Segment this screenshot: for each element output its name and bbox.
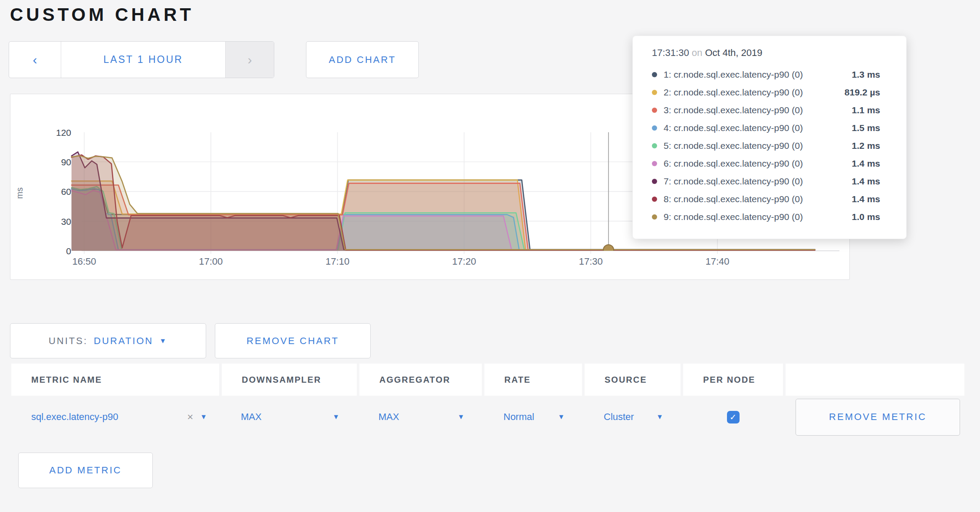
remove-chart-button[interactable]: REMOVE CHART [215, 323, 371, 358]
series-label: 5: cr.node.sql.exec.latency-p90 (0) [664, 141, 852, 151]
per-node-cell: ✓ [683, 396, 783, 438]
units-value: DURATION [94, 335, 153, 347]
rate-value: Normal [503, 411, 534, 423]
table-header-cell: DOWNSAMPLER [222, 364, 357, 396]
series-value: 1.4 ms [852, 176, 880, 187]
metrics-table-header: METRIC NAMEDOWNSAMPLERAGGREGATORRATESOUR… [11, 364, 964, 396]
time-prev-button[interactable]: ‹ [9, 42, 61, 78]
downsampler-select[interactable]: MAX ▼ [222, 396, 357, 438]
svg-text:17:00: 17:00 [199, 256, 223, 267]
svg-text:30: 30 [61, 217, 71, 226]
remove-metric-button[interactable]: REMOVE METRIC [796, 399, 960, 436]
remove-chart-label: REMOVE CHART [247, 335, 339, 347]
add-metric-label: ADD METRIC [49, 465, 122, 476]
tooltip-series-row: 3: cr.node.sql.exec.latency-p90 (0)1.1 m… [652, 101, 880, 119]
tooltip-time: 17:31:30 [652, 47, 689, 58]
tooltip-series-row: 4: cr.node.sql.exec.latency-p90 (0)1.5 m… [652, 119, 880, 137]
check-icon: ✓ [730, 412, 737, 422]
clear-metric-icon[interactable]: × [187, 411, 193, 423]
series-label: 2: cr.node.sql.exec.latency-p90 (0) [664, 87, 845, 98]
table-header-cell: PER NODE [683, 364, 783, 396]
table-header-cell: AGGREGATOR [359, 364, 482, 396]
time-range-button[interactable]: LAST 1 HOUR [61, 42, 225, 78]
add-chart-label: ADD CHART [329, 54, 396, 66]
series-label: 9: cr.node.sql.exec.latency-p90 (0) [664, 212, 852, 222]
time-next-button[interactable]: › [225, 42, 274, 78]
series-color-dot-icon [652, 72, 657, 77]
series-color-dot-icon [652, 108, 657, 113]
series-color-dot-icon [652, 214, 657, 220]
tooltip-series-row: 5: cr.node.sql.exec.latency-p90 (0)1.2 m… [652, 137, 880, 154]
remove-metric-label: REMOVE METRIC [829, 411, 927, 423]
tooltip-date: Oct 4th, 2019 [705, 47, 762, 58]
svg-text:120: 120 [56, 128, 71, 138]
chevron-left-icon: ‹ [33, 53, 37, 67]
tooltip-series-row: 6: cr.node.sql.exec.latency-p90 (0)1.4 m… [652, 154, 880, 172]
tooltip-series-list: 1: cr.node.sql.exec.latency-p90 (0)1.3 m… [652, 66, 880, 226]
series-value: 1.0 ms [852, 212, 880, 222]
aggregator-select[interactable]: MAX ▼ [359, 396, 482, 438]
series-label: 6: cr.node.sql.exec.latency-p90 (0) [664, 158, 852, 169]
table-header-cell [786, 364, 964, 396]
series-value: 1.5 ms [852, 123, 880, 133]
caret-down-icon: ▼ [332, 413, 339, 421]
page-title: CUSTOM CHART [10, 4, 194, 25]
series-value: 1.2 ms [852, 141, 880, 151]
svg-text:ms: ms [15, 187, 24, 199]
add-metric-button[interactable]: ADD METRIC [18, 453, 153, 488]
series-value: 819.2 µs [845, 87, 880, 98]
tooltip-conjunction: on [692, 47, 702, 58]
chart-hover-tooltip: 17:31:30 on Oct 4th, 2019 1: cr.node.sql… [632, 36, 907, 239]
caret-down-icon[interactable]: ▼ [200, 413, 207, 421]
svg-text:17:40: 17:40 [705, 256, 729, 267]
tooltip-series-row: 8: cr.node.sql.exec.latency-p90 (0)1.4 m… [652, 190, 880, 208]
tooltip-series-row: 7: cr.node.sql.exec.latency-p90 (0)1.4 m… [652, 172, 880, 190]
series-color-dot-icon [652, 197, 657, 202]
series-label: 1: cr.node.sql.exec.latency-p90 (0) [664, 69, 852, 80]
series-label: 7: cr.node.sql.exec.latency-p90 (0) [664, 176, 852, 187]
tooltip-timestamp: 17:31:30 on Oct 4th, 2019 [652, 47, 880, 59]
series-label: 3: cr.node.sql.exec.latency-p90 (0) [664, 105, 852, 115]
series-label: 4: cr.node.sql.exec.latency-p90 (0) [664, 123, 852, 133]
series-color-dot-icon [652, 143, 657, 148]
downsampler-value: MAX [241, 411, 262, 423]
aggregator-value: MAX [378, 411, 399, 423]
chevron-right-icon: › [248, 53, 252, 67]
tooltip-series-row: 1: cr.node.sql.exec.latency-p90 (0)1.3 m… [652, 66, 880, 83]
series-color-dot-icon [652, 179, 657, 184]
table-header-cell: METRIC NAME [11, 364, 219, 396]
time-range-label: LAST 1 HOUR [103, 54, 183, 66]
caret-down-icon: ▼ [159, 337, 168, 345]
units-dropdown[interactable]: UNITS: DURATION ▼ [10, 323, 206, 358]
add-chart-button[interactable]: ADD CHART [306, 41, 419, 78]
series-value: 1.4 ms [852, 158, 880, 169]
series-color-dot-icon [652, 90, 657, 95]
series-color-dot-icon [652, 161, 657, 166]
metric-name-cell: sql.exec.latency-p90 × ▼ [11, 396, 219, 438]
table-header-cell: RATE [484, 364, 582, 396]
units-prefix-label: UNITS: [49, 335, 88, 347]
remove-metric-cell: REMOVE METRIC [786, 396, 964, 438]
svg-text:17:30: 17:30 [579, 256, 603, 267]
per-node-checkbox[interactable]: ✓ [727, 411, 740, 423]
svg-text:60: 60 [61, 187, 71, 197]
series-label: 8: cr.node.sql.exec.latency-p90 (0) [664, 194, 852, 204]
svg-text:16:50: 16:50 [72, 256, 96, 267]
svg-text:0: 0 [66, 246, 71, 256]
caret-down-icon: ▼ [656, 413, 663, 421]
series-value: 1.3 ms [852, 69, 880, 80]
rate-select[interactable]: Normal ▼ [484, 396, 582, 438]
tooltip-series-row: 2: cr.node.sql.exec.latency-p90 (0)819.2… [652, 83, 880, 101]
series-value: 1.1 ms [852, 105, 880, 115]
svg-text:17:10: 17:10 [326, 256, 349, 267]
source-select[interactable]: Cluster ▼ [585, 396, 681, 438]
metric-name-value: sql.exec.latency-p90 [31, 411, 187, 423]
svg-text:17:20: 17:20 [452, 256, 476, 267]
metric-table-row: sql.exec.latency-p90 × ▼ MAX ▼ MAX ▼ Nor… [11, 396, 964, 438]
source-value: Cluster [604, 411, 634, 423]
svg-text:90: 90 [61, 157, 71, 167]
caret-down-icon: ▼ [558, 413, 565, 421]
series-value: 1.4 ms [852, 194, 880, 204]
tooltip-series-row: 9: cr.node.sql.exec.latency-p90 (0)1.0 m… [652, 208, 880, 226]
caret-down-icon: ▼ [457, 413, 464, 421]
